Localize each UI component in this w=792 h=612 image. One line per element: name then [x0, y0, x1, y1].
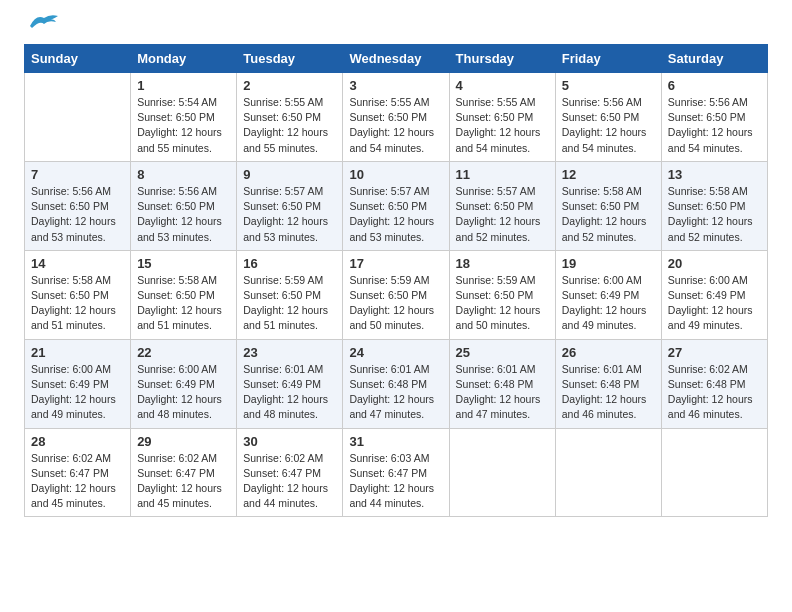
day-number: 11 — [456, 167, 549, 182]
calendar-cell — [661, 428, 767, 517]
cell-content-3: 3Sunrise: 5:55 AM Sunset: 6:50 PM Daylig… — [349, 78, 442, 156]
cell-content-9: 9Sunrise: 5:57 AM Sunset: 6:50 PM Daylig… — [243, 167, 336, 245]
sun-info: Sunrise: 5:57 AM Sunset: 6:50 PM Dayligh… — [243, 184, 336, 245]
day-number: 13 — [668, 167, 761, 182]
calendar-cell: 16Sunrise: 5:59 AM Sunset: 6:50 PM Dayli… — [237, 250, 343, 339]
calendar-cell — [449, 428, 555, 517]
cell-content-6: 6Sunrise: 5:56 AM Sunset: 6:50 PM Daylig… — [668, 78, 761, 156]
day-number: 9 — [243, 167, 336, 182]
day-number: 3 — [349, 78, 442, 93]
calendar-cell: 4Sunrise: 5:55 AM Sunset: 6:50 PM Daylig… — [449, 73, 555, 162]
cell-content-11: 11Sunrise: 5:57 AM Sunset: 6:50 PM Dayli… — [456, 167, 549, 245]
cell-content-24: 24Sunrise: 6:01 AM Sunset: 6:48 PM Dayli… — [349, 345, 442, 423]
logo-bird-icon — [28, 12, 60, 34]
sun-info: Sunrise: 6:00 AM Sunset: 6:49 PM Dayligh… — [31, 362, 124, 423]
sun-info: Sunrise: 6:01 AM Sunset: 6:48 PM Dayligh… — [456, 362, 549, 423]
calendar-cell — [555, 428, 661, 517]
day-number: 1 — [137, 78, 230, 93]
sun-info: Sunrise: 5:55 AM Sunset: 6:50 PM Dayligh… — [349, 95, 442, 156]
calendar-cell: 11Sunrise: 5:57 AM Sunset: 6:50 PM Dayli… — [449, 161, 555, 250]
calendar-cell: 20Sunrise: 6:00 AM Sunset: 6:49 PM Dayli… — [661, 250, 767, 339]
calendar-cell: 8Sunrise: 5:56 AM Sunset: 6:50 PM Daylig… — [131, 161, 237, 250]
calendar-cell: 18Sunrise: 5:59 AM Sunset: 6:50 PM Dayli… — [449, 250, 555, 339]
sun-info: Sunrise: 5:58 AM Sunset: 6:50 PM Dayligh… — [137, 273, 230, 334]
sun-info: Sunrise: 6:00 AM Sunset: 6:49 PM Dayligh… — [562, 273, 655, 334]
calendar-cell: 30Sunrise: 6:02 AM Sunset: 6:47 PM Dayli… — [237, 428, 343, 517]
weekday-header-monday: Monday — [131, 45, 237, 73]
day-number: 7 — [31, 167, 124, 182]
weekday-header-tuesday: Tuesday — [237, 45, 343, 73]
day-number: 21 — [31, 345, 124, 360]
weekday-header-wednesday: Wednesday — [343, 45, 449, 73]
sun-info: Sunrise: 6:01 AM Sunset: 6:48 PM Dayligh… — [562, 362, 655, 423]
day-number: 30 — [243, 434, 336, 449]
sun-info: Sunrise: 5:54 AM Sunset: 6:50 PM Dayligh… — [137, 95, 230, 156]
sun-info: Sunrise: 5:57 AM Sunset: 6:50 PM Dayligh… — [456, 184, 549, 245]
sun-info: Sunrise: 5:56 AM Sunset: 6:50 PM Dayligh… — [137, 184, 230, 245]
day-number: 20 — [668, 256, 761, 271]
calendar-table: SundayMondayTuesdayWednesdayThursdayFrid… — [24, 44, 768, 517]
sun-info: Sunrise: 5:56 AM Sunset: 6:50 PM Dayligh… — [668, 95, 761, 156]
cell-content-21: 21Sunrise: 6:00 AM Sunset: 6:49 PM Dayli… — [31, 345, 124, 423]
calendar-cell: 15Sunrise: 5:58 AM Sunset: 6:50 PM Dayli… — [131, 250, 237, 339]
calendar-cell: 22Sunrise: 6:00 AM Sunset: 6:49 PM Dayli… — [131, 339, 237, 428]
day-number: 4 — [456, 78, 549, 93]
cell-content-25: 25Sunrise: 6:01 AM Sunset: 6:48 PM Dayli… — [456, 345, 549, 423]
sun-info: Sunrise: 6:00 AM Sunset: 6:49 PM Dayligh… — [668, 273, 761, 334]
cell-content-15: 15Sunrise: 5:58 AM Sunset: 6:50 PM Dayli… — [137, 256, 230, 334]
day-number: 16 — [243, 256, 336, 271]
cell-content-19: 19Sunrise: 6:00 AM Sunset: 6:49 PM Dayli… — [562, 256, 655, 334]
calendar-cell: 12Sunrise: 5:58 AM Sunset: 6:50 PM Dayli… — [555, 161, 661, 250]
day-number: 27 — [668, 345, 761, 360]
cell-content-23: 23Sunrise: 6:01 AM Sunset: 6:49 PM Dayli… — [243, 345, 336, 423]
calendar-cell: 21Sunrise: 6:00 AM Sunset: 6:49 PM Dayli… — [25, 339, 131, 428]
weekday-header-thursday: Thursday — [449, 45, 555, 73]
sun-info: Sunrise: 6:02 AM Sunset: 6:47 PM Dayligh… — [31, 451, 124, 512]
day-number: 14 — [31, 256, 124, 271]
cell-content-12: 12Sunrise: 5:58 AM Sunset: 6:50 PM Dayli… — [562, 167, 655, 245]
calendar-cell: 31Sunrise: 6:03 AM Sunset: 6:47 PM Dayli… — [343, 428, 449, 517]
calendar-cell: 19Sunrise: 6:00 AM Sunset: 6:49 PM Dayli… — [555, 250, 661, 339]
sun-info: Sunrise: 6:02 AM Sunset: 6:47 PM Dayligh… — [137, 451, 230, 512]
sun-info: Sunrise: 5:58 AM Sunset: 6:50 PM Dayligh… — [562, 184, 655, 245]
weekday-header-saturday: Saturday — [661, 45, 767, 73]
day-number: 26 — [562, 345, 655, 360]
cell-content-7: 7Sunrise: 5:56 AM Sunset: 6:50 PM Daylig… — [31, 167, 124, 245]
cell-content-2: 2Sunrise: 5:55 AM Sunset: 6:50 PM Daylig… — [243, 78, 336, 156]
day-number: 19 — [562, 256, 655, 271]
calendar-cell: 13Sunrise: 5:58 AM Sunset: 6:50 PM Dayli… — [661, 161, 767, 250]
calendar-cell: 23Sunrise: 6:01 AM Sunset: 6:49 PM Dayli… — [237, 339, 343, 428]
calendar-cell: 27Sunrise: 6:02 AM Sunset: 6:48 PM Dayli… — [661, 339, 767, 428]
calendar-cell: 29Sunrise: 6:02 AM Sunset: 6:47 PM Dayli… — [131, 428, 237, 517]
page-header — [24, 20, 768, 34]
calendar-cell: 7Sunrise: 5:56 AM Sunset: 6:50 PM Daylig… — [25, 161, 131, 250]
cell-content-13: 13Sunrise: 5:58 AM Sunset: 6:50 PM Dayli… — [668, 167, 761, 245]
calendar-cell: 1Sunrise: 5:54 AM Sunset: 6:50 PM Daylig… — [131, 73, 237, 162]
cell-content-17: 17Sunrise: 5:59 AM Sunset: 6:50 PM Dayli… — [349, 256, 442, 334]
day-number: 10 — [349, 167, 442, 182]
calendar-body: 1Sunrise: 5:54 AM Sunset: 6:50 PM Daylig… — [25, 73, 768, 517]
logo — [24, 20, 60, 34]
sun-info: Sunrise: 5:56 AM Sunset: 6:50 PM Dayligh… — [31, 184, 124, 245]
cell-content-14: 14Sunrise: 5:58 AM Sunset: 6:50 PM Dayli… — [31, 256, 124, 334]
calendar-cell: 14Sunrise: 5:58 AM Sunset: 6:50 PM Dayli… — [25, 250, 131, 339]
cell-content-20: 20Sunrise: 6:00 AM Sunset: 6:49 PM Dayli… — [668, 256, 761, 334]
sun-info: Sunrise: 6:00 AM Sunset: 6:49 PM Dayligh… — [137, 362, 230, 423]
weekday-header-friday: Friday — [555, 45, 661, 73]
sun-info: Sunrise: 5:59 AM Sunset: 6:50 PM Dayligh… — [243, 273, 336, 334]
sun-info: Sunrise: 5:55 AM Sunset: 6:50 PM Dayligh… — [243, 95, 336, 156]
cell-content-27: 27Sunrise: 6:02 AM Sunset: 6:48 PM Dayli… — [668, 345, 761, 423]
sun-info: Sunrise: 6:03 AM Sunset: 6:47 PM Dayligh… — [349, 451, 442, 512]
cell-content-26: 26Sunrise: 6:01 AM Sunset: 6:48 PM Dayli… — [562, 345, 655, 423]
day-number: 5 — [562, 78, 655, 93]
day-number: 6 — [668, 78, 761, 93]
calendar-cell: 2Sunrise: 5:55 AM Sunset: 6:50 PM Daylig… — [237, 73, 343, 162]
sun-info: Sunrise: 5:55 AM Sunset: 6:50 PM Dayligh… — [456, 95, 549, 156]
cell-content-8: 8Sunrise: 5:56 AM Sunset: 6:50 PM Daylig… — [137, 167, 230, 245]
day-number: 18 — [456, 256, 549, 271]
day-number: 8 — [137, 167, 230, 182]
day-number: 2 — [243, 78, 336, 93]
calendar-cell: 6Sunrise: 5:56 AM Sunset: 6:50 PM Daylig… — [661, 73, 767, 162]
calendar-cell: 17Sunrise: 5:59 AM Sunset: 6:50 PM Dayli… — [343, 250, 449, 339]
calendar-cell: 10Sunrise: 5:57 AM Sunset: 6:50 PM Dayli… — [343, 161, 449, 250]
